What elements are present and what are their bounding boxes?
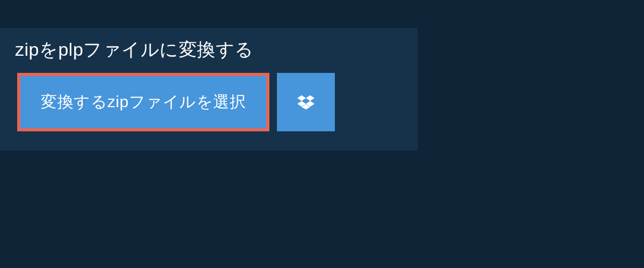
title-bar: zipをplpファイルに変換する — [0, 28, 330, 73]
button-row: 変換するzipファイルを選択 — [0, 73, 418, 151]
select-file-label: 変換するzipファイルを選択 — [41, 91, 246, 113]
dropbox-icon — [297, 94, 314, 111]
dropbox-button[interactable] — [277, 73, 335, 131]
select-file-button[interactable]: 変換するzipファイルを選択 — [17, 73, 269, 131]
page-title: zipをplpファイルに変換する — [15, 38, 315, 62]
conversion-panel: zipをplpファイルに変換する 変換するzipファイルを選択 — [0, 28, 418, 151]
